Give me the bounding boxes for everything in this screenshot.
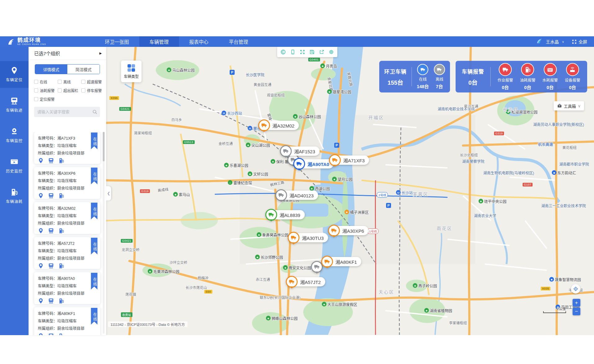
checkbox[interactable] <box>34 97 38 101</box>
track-vehicle-icon[interactable] <box>48 158 54 165</box>
road-shield-G0401: G0401 <box>308 58 320 61</box>
locate-vehicle-icon[interactable] <box>38 193 44 200</box>
measure-icon[interactable] <box>280 49 286 55</box>
track-vehicle-icon[interactable] <box>48 333 54 335</box>
sidebar-item-历史监控[interactable]: 历史监控 <box>0 152 29 179</box>
nav-item-报表中心[interactable]: 报表中心 <box>179 36 219 47</box>
online-stat[interactable]: 在线 148台 <box>417 64 429 89</box>
track-vehicle-icon[interactable] <box>48 228 54 235</box>
vehicle-marker-湘A32M02[interactable]: 湘A32M02 <box>258 119 270 131</box>
filter-label: 定位报警 <box>40 97 55 102</box>
sidebar-item-车辆监控[interactable]: 车辆监控 <box>0 122 29 149</box>
locate-vehicle-icon[interactable] <box>38 158 44 165</box>
alarm-stat-油耗报警[interactable]: 油耗报警0台 <box>520 63 535 90</box>
panel-collapse-button[interactable]: ❮ <box>106 186 111 200</box>
vehicle-marker-湘A80KF1[interactable]: 湘A80KF1 <box>321 256 333 267</box>
fullscreen-button[interactable]: 全屏 <box>572 38 587 45</box>
toolbox-button[interactable]: 工具箱 ∨ <box>554 101 584 110</box>
checkbox[interactable] <box>58 88 62 92</box>
user-avatar[interactable] <box>536 38 543 46</box>
sidebar-item-车辆轨迹[interactable]: 车辆轨迹 <box>0 92 29 118</box>
org-expand-arrow[interactable]: ▶ <box>99 52 102 55</box>
save-icon[interactable] <box>309 49 315 55</box>
offline-stat[interactable]: 离线 7台 <box>434 64 445 89</box>
fuel-icon[interactable] <box>58 228 64 235</box>
expand-icon[interactable] <box>299 49 305 55</box>
vehicle-marker-湘A57JT2[interactable]: 湘A57JT2 <box>286 276 298 288</box>
alarm-stat-设备报警[interactable]: 设备报警0台 <box>565 63 580 90</box>
zoom-out-button[interactable]: − <box>573 308 580 315</box>
share-icon[interactable] <box>319 49 325 55</box>
tab-简洁模式[interactable]: 简洁模式 <box>67 65 100 74</box>
filter-离线[interactable]: 离线 <box>58 79 81 84</box>
nav-item-平台管理[interactable]: 平台管理 <box>219 36 259 47</box>
fuel-icon[interactable] <box>58 193 64 200</box>
fuel-icon[interactable] <box>58 158 64 165</box>
track-vehicle-icon[interactable] <box>48 263 54 270</box>
list-scrollbar[interactable] <box>103 132 105 334</box>
truck-icon <box>280 145 292 157</box>
locate-button[interactable] <box>571 284 580 294</box>
vehicle-card[interactable]: 车牌号码：湘A80KF1车辆类型：垃圾压缩车所属组织：厨余垃圾项目部在线 <box>34 307 100 335</box>
vehicle-marker-湘A71XF3[interactable]: 湘A71XF3 <box>329 154 341 166</box>
filter-油耗报警[interactable]: 油耗报警 <box>34 88 58 93</box>
vehicle-marker-湘A30XP6[interactable]: 湘A30XP6 <box>328 225 340 236</box>
track-vehicle-icon[interactable] <box>48 193 54 200</box>
vehicle-marker-湘AL8839[interactable]: 湘AL8839 <box>265 209 277 221</box>
filter-超出围栏[interactable]: 超出围栏 <box>58 88 81 93</box>
vehicle-marker-湘AD40123[interactable]: 湘AD40123 <box>275 189 287 201</box>
filter-在线[interactable]: 在线 <box>34 79 58 84</box>
user-name[interactable]: 王水晶 <box>546 38 559 45</box>
alarm-stat-作业报警[interactable]: 作业报警0台 <box>497 63 513 90</box>
nav-item-环卫一张图[interactable]: 环卫一张图 <box>95 36 139 47</box>
sidebar-item-车辆油耗[interactable]: 车辆油耗 <box>0 183 29 209</box>
search-icon[interactable] <box>92 109 97 115</box>
tab-详情模式[interactable]: 详情模式 <box>35 65 67 74</box>
poi-label: 莲花镇 <box>125 292 136 297</box>
checkbox[interactable] <box>58 80 62 84</box>
chevron-down-icon[interactable]: ∨ <box>562 40 564 43</box>
zoom-in-button[interactable]: + <box>573 299 580 307</box>
locate-vehicle-icon[interactable] <box>38 263 44 270</box>
brand-logo: 鹤成环境 HE CHENG HUAN JING <box>0 36 78 47</box>
search-input[interactable] <box>34 107 100 117</box>
fuel-icon[interactable] <box>58 298 64 305</box>
filter-label: 超出围栏 <box>63 88 78 93</box>
checkbox[interactable] <box>81 80 85 84</box>
filter-停车报警[interactable]: 停车报警 <box>81 88 106 93</box>
poi-label: 简家坳枢纽 <box>134 130 152 135</box>
vehicle-marker-湘A90TA0[interactable]: 湘A90TA0 <box>293 158 305 170</box>
vehicle-marker-湘AF1523[interactable]: 湘AF1523 <box>280 145 292 157</box>
vehicle-marker-湘A30TU3[interactable]: 湘A30TU3 <box>288 232 299 244</box>
checkbox[interactable] <box>81 88 85 92</box>
poi-parking-icon: P <box>230 70 235 75</box>
nav-item-车辆管理[interactable]: 车辆管理 <box>139 36 179 47</box>
fuel-icon[interactable] <box>58 333 64 335</box>
map-canvas[interactable]: 金星北路芙蓉北路雷锋大道枫林三路高成线 G0401X096G0421G5513G… <box>106 47 594 335</box>
poi-label: 雨花区 <box>437 225 452 231</box>
sidebar-item-车辆定位[interactable]: 车辆定位 <box>0 61 29 88</box>
filter-定位报警[interactable]: 定位报警 <box>34 97 58 102</box>
vehicle-type-button[interactable]: 车辆类型 <box>121 61 142 82</box>
filter-超速报警[interactable]: 超速报警 <box>81 79 106 84</box>
alarm-count: 0台 <box>547 84 554 90</box>
poi-乐喜湖公园: ♣乐喜湖公园 <box>224 163 248 168</box>
list-scrollbar-thumb[interactable] <box>103 132 105 161</box>
vehicle-card[interactable]: 车牌号码：湘A32M02车辆类型：垃圾压缩车所属组织：厨余垃圾项目部在线 <box>34 202 100 234</box>
vehicle-card[interactable]: 车牌号码：湘A71XF3车辆类型：垃圾压缩车所属组织：厨余垃圾项目部在线 <box>34 132 100 164</box>
checkbox[interactable] <box>34 80 38 84</box>
locate-vehicle-icon[interactable] <box>38 298 44 305</box>
vehicle-card[interactable]: 车牌号码：湘A57JT2车辆类型：垃圾压缩车所属组织：厨余垃圾项目部在线 <box>34 237 100 269</box>
alarm-stat-水耗报警[interactable]: 水耗报警0台 <box>542 63 558 90</box>
vehicle-card[interactable]: 车牌号码：湘A90TA0车辆类型：垃圾压缩车所属组织：厨余垃圾项目部在线 <box>34 272 100 304</box>
track-vehicle-icon[interactable] <box>48 298 54 305</box>
vehicle-card[interactable]: 车牌号码：湘A30XP6车辆类型：垃圾压缩车所属组织：厨余垃圾项目部在线 <box>34 167 100 199</box>
fuel-icon[interactable] <box>58 263 64 270</box>
locate-vehicle-icon[interactable] <box>38 228 44 235</box>
gear-icon[interactable] <box>328 49 334 55</box>
checkbox[interactable] <box>34 88 38 92</box>
locate-vehicle-icon[interactable] <box>38 333 44 335</box>
tablet-icon[interactable] <box>290 49 296 55</box>
online-count: 148台 <box>417 83 429 89</box>
card-plate-line: 车牌号码：湘A32M02 <box>38 205 97 212</box>
